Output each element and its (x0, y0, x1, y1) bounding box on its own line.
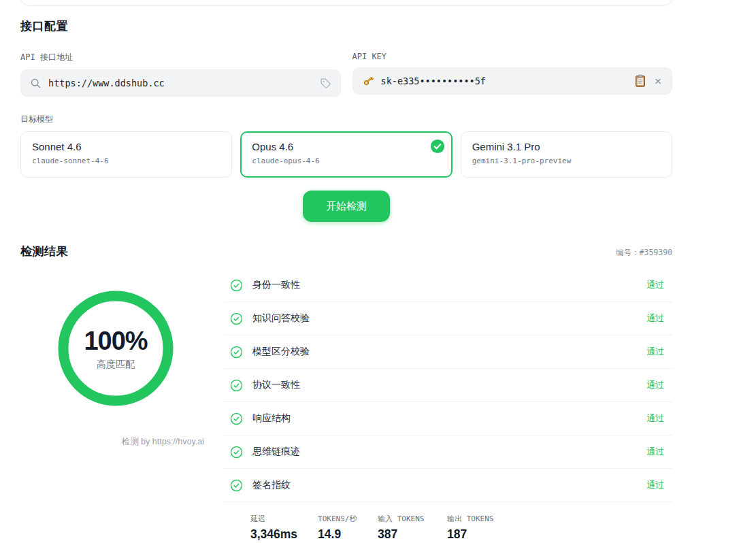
check-row-identity: 身份一致性 通过 (225, 269, 672, 302)
api-key-value: sk-e335••••••••••5f (381, 76, 628, 86)
circle-check-icon (230, 346, 243, 359)
check-status[interactable]: 通过 (646, 412, 664, 425)
check-label: 响应结构 (252, 412, 637, 425)
model-card-sonnet[interactable]: Sonnet 4.6 claude-sonnet-4-6 (20, 131, 232, 178)
stat-input-tokens: 输入 TOKENS 387 (378, 514, 427, 542)
check-label: 身份一致性 (252, 279, 637, 291)
stat-label: 输出 TOKENS (447, 514, 493, 524)
checks-column: 身份一致性 通过 知识问答校验 通过 模型区分校验 通过 (225, 269, 672, 542)
check-status[interactable]: 通过 (646, 446, 664, 458)
check-label: 协议一致性 (252, 379, 637, 391)
model-card-gemini[interactable]: Gemini 3.1 Pro gemini-3.1-pro-preview (461, 131, 672, 178)
results-section-title: 检测结果 (20, 244, 68, 259)
circle-check-icon (230, 279, 243, 292)
check-row-knowledge: 知识问答校验 通过 (225, 302, 672, 335)
selected-check-icon (430, 139, 445, 154)
check-row-cot-trace: 思维链痕迹 通过 (225, 435, 672, 469)
page: 接口配置 API 接口地址 https://www.ddshub.cc (0, 0, 756, 543)
model-name: Gemini 3.1 Pro (472, 141, 661, 152)
stat-label: TOKENS/秒 (318, 514, 357, 524)
search-icon (30, 78, 42, 89)
key-icon (362, 75, 374, 87)
check-label: 模型区分校验 (252, 346, 637, 358)
stat-value: 3,346ms (250, 527, 297, 542)
circle-check-icon (230, 446, 243, 459)
config-section-title: 接口配置 (20, 18, 672, 34)
api-key-field: API KEY sk-e335••••••••••5f × (352, 52, 673, 97)
match-gauge: 100% 高度匹配 (58, 291, 174, 406)
check-status[interactable]: 通过 (646, 312, 664, 325)
circle-check-icon (230, 312, 243, 325)
stat-value: 387 (378, 527, 427, 542)
model-card-opus-selected[interactable]: Opus 4.6 claude-opus-4-6 (240, 131, 452, 178)
stat-label: 延迟 (250, 514, 297, 524)
api-url-input[interactable]: https://www.ddshub.cc (20, 69, 341, 97)
start-detection-button[interactable]: 开始检测 (303, 191, 390, 222)
model-id: claude-opus-4-6 (252, 157, 440, 165)
stat-output-tokens: 输出 TOKENS 187 (447, 514, 493, 542)
model-label: 目标模型 (20, 114, 672, 125)
model-name: Opus 4.6 (252, 141, 440, 152)
api-url-value: https://www.ddshub.cc (48, 78, 313, 88)
model-name: Sonnet 4.6 (32, 141, 220, 152)
credit-link[interactable]: 检测 by https://hvoy.ai (20, 436, 225, 448)
check-row-signature: 签名指纹 通过 (225, 469, 672, 502)
api-url-field: API 接口地址 https://www.ddshub.cc (20, 52, 341, 97)
check-label: 思维链痕迹 (252, 446, 637, 458)
check-status[interactable]: 通过 (646, 379, 664, 391)
check-status[interactable]: 通过 (646, 279, 664, 291)
circle-check-icon (230, 379, 243, 392)
clipboard-copy-icon[interactable] (634, 74, 646, 88)
api-key-label: API KEY (352, 52, 673, 61)
gauge-percent: 100% (84, 327, 147, 356)
api-url-label: API 接口地址 (20, 52, 341, 63)
check-label: 签名指纹 (252, 479, 637, 491)
check-row-model-distinction: 模型区分校验 通过 (225, 335, 672, 369)
clear-key-icon[interactable]: × (653, 76, 663, 87)
serial-number: 编号：#359390 (616, 248, 672, 258)
stat-value: 14.9 (318, 527, 357, 542)
stat-latency: 延迟 3,346ms (250, 514, 297, 542)
check-label: 知识问答校验 (252, 312, 637, 325)
gauge-column: 100% 高度匹配 检测 by https://hvoy.ai (20, 269, 225, 542)
results-section: 检测结果 编号：#359390 100% 高度匹配 检测 by https://… (20, 222, 672, 542)
config-section: 接口配置 API 接口地址 https://www.ddshub.cc (20, 0, 672, 222)
stat-tokens-per-sec: TOKENS/秒 14.9 (318, 514, 357, 542)
check-row-protocol: 协议一致性 通过 (225, 369, 672, 402)
api-key-input[interactable]: sk-e335••••••••••5f × (352, 67, 673, 95)
stat-label: 输入 TOKENS (378, 514, 427, 524)
gauge-caption: 高度匹配 (97, 359, 135, 371)
check-status[interactable]: 通过 (646, 346, 664, 358)
stat-value: 187 (447, 527, 493, 542)
tag-icon[interactable] (320, 78, 331, 89)
model-id: gemini-3.1-pro-preview (472, 157, 661, 165)
check-status[interactable]: 通过 (646, 479, 664, 491)
circle-check-icon (230, 479, 243, 492)
check-row-response-structure: 响应结构 通过 (225, 402, 672, 435)
stats-row: 延迟 3,346ms TOKENS/秒 14.9 输入 TOKENS 387 (225, 502, 672, 542)
circle-check-icon (230, 412, 243, 425)
model-id: claude-sonnet-4-6 (32, 157, 220, 165)
